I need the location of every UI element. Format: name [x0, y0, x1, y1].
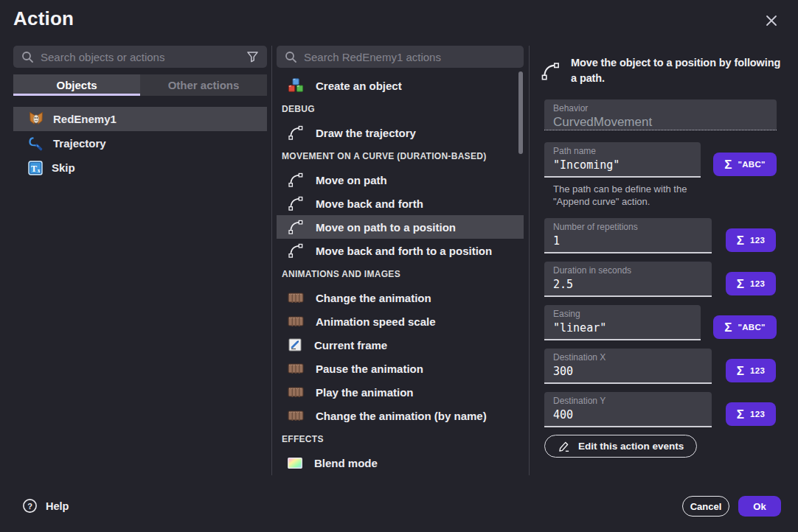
action-item[interactable]: Draw the trajectory: [277, 121, 524, 144]
field-path-name: Path name"Incoming": [544, 142, 701, 178]
action-item-label: Draw the trajectory: [316, 127, 416, 139]
svg-text:?: ?: [27, 502, 32, 511]
ok-button[interactable]: Ok: [738, 496, 781, 517]
action-item-label: Animation speed scale: [316, 315, 436, 328]
expression-editor-button[interactable]: Σ123: [726, 402, 776, 426]
field-value[interactable]: 1: [553, 234, 703, 248]
category-header: EFFECTS: [277, 427, 524, 451]
expression-editor-button[interactable]: Σ123: [726, 272, 776, 295]
curve-icon: [288, 219, 304, 235]
object-item-skip[interactable]: TxSkip: [13, 155, 267, 180]
field-value[interactable]: 400: [553, 408, 703, 421]
expression-editor-button[interactable]: Σ123: [726, 228, 776, 252]
action-item-label: Move on path: [316, 174, 387, 186]
filter-icon[interactable]: [246, 51, 259, 63]
object-item-redenemy1[interactable]: RedEnemy1: [13, 107, 267, 131]
action-item[interactable]: Change the animation (by name): [277, 404, 524, 427]
blend-icon: [288, 458, 302, 469]
action-item[interactable]: Move back and forth to a position: [277, 239, 524, 262]
sigma-icon: Σ: [737, 278, 744, 290]
expression-type-label: 123: [750, 236, 765, 245]
field-number-of-repetitions: Number of repetitions1: [544, 218, 712, 253]
category-header: DEBUG: [277, 97, 524, 121]
action-item[interactable]: Animation speed scale: [277, 309, 524, 333]
actions-scrollbar-thumb[interactable]: [518, 71, 523, 154]
action-item[interactable]: Move on path to a position: [277, 215, 524, 239]
close-icon[interactable]: [762, 11, 781, 30]
curve-icon: [288, 125, 304, 141]
cancel-button[interactable]: Cancel: [682, 496, 729, 517]
action-item[interactable]: Current frame: [277, 333, 524, 357]
text-object-icon: Tx: [28, 161, 43, 175]
expression-editor-button[interactable]: Σ"ABC": [713, 315, 777, 339]
field-duration-in-seconds: Duration in seconds2.5: [544, 262, 712, 297]
field-easing: Easing"linear": [544, 305, 701, 340]
curve-icon: [541, 55, 561, 86]
edit-action-events-label: Edit this action events: [578, 441, 684, 452]
svg-text:T: T: [31, 163, 37, 173]
expression-type-label: 123: [750, 410, 765, 419]
field-label: Path name: [553, 146, 692, 156]
action-item[interactable]: Create an object: [277, 74, 524, 97]
field-value[interactable]: "Incoming": [553, 158, 692, 172]
action-item[interactable]: Move back and forth: [277, 192, 524, 215]
trajectory-icon: [28, 136, 44, 152]
action-item[interactable]: Blend mode: [277, 451, 524, 475]
action-item[interactable]: Change the animation: [277, 286, 524, 309]
sigma-icon: Σ: [724, 321, 732, 334]
field-value[interactable]: "linear": [553, 321, 692, 335]
film-icon: [288, 410, 304, 421]
action-item[interactable]: Pause the animation: [277, 357, 524, 380]
action-item-label: Move on path to a position: [316, 221, 456, 234]
field-value[interactable]: 2.5: [553, 278, 703, 291]
field-destination-y: Destination Y400: [544, 392, 712, 427]
action-item-label: Move back and forth: [316, 197, 423, 210]
actions-search-input[interactable]: [304, 51, 516, 63]
edit-action-events-button[interactable]: Edit this action events: [544, 435, 697, 458]
curve-icon: [288, 172, 304, 188]
field-label: Number of repetitions: [553, 222, 703, 232]
help-icon: ?: [22, 498, 38, 514]
action-item-label: Pause the animation: [316, 363, 423, 375]
actions-panel: Create an objectDEBUGDraw the trajectory…: [277, 46, 524, 475]
object-item-trajectory[interactable]: Trajectory: [13, 131, 267, 155]
help-button[interactable]: ? Help: [22, 498, 69, 514]
category-header: MOVEMENT ON A CURVE (DURATION-BASED): [277, 144, 524, 168]
expression-type-label: 123: [750, 279, 765, 288]
field-helper-text: The path can be define with the "Append …: [553, 183, 704, 208]
expression-type-label: "ABC": [738, 160, 765, 169]
tab-other-actions[interactable]: Other actions: [140, 74, 267, 96]
search-icon: [285, 51, 297, 63]
field-behavior: BehaviorCurvedMovement: [544, 99, 777, 130]
action-item-label: Play the animation: [316, 386, 414, 399]
curve-icon: [288, 195, 304, 211]
panel-divider-left: [271, 46, 272, 475]
objects-search-input[interactable]: [41, 51, 240, 63]
help-label: Help: [46, 500, 69, 512]
sigma-icon: Σ: [737, 234, 744, 247]
tab-objects[interactable]: Objects: [13, 74, 140, 96]
page-title: Action: [13, 7, 74, 30]
parameters-panel: Move the object to a position by followi…: [538, 46, 785, 475]
expression-editor-button[interactable]: Σ123: [726, 359, 776, 382]
film-icon: [288, 386, 304, 398]
action-item[interactable]: Play the animation: [277, 380, 524, 404]
expression-type-label: 123: [750, 366, 765, 375]
field-label: Easing: [553, 309, 692, 319]
field-value[interactable]: 300: [553, 365, 703, 378]
action-item[interactable]: Move on path: [277, 168, 524, 192]
action-dialog: Action ObjectsOther actions RedEnemy1Tra…: [0, 0, 798, 532]
action-item-label: Change the animation (by name): [316, 410, 487, 422]
curve-icon: [288, 242, 304, 259]
sigma-icon: Σ: [737, 365, 744, 377]
svg-text:x: x: [38, 167, 41, 174]
action-item-label: Blend mode: [314, 457, 378, 469]
film-icon: [288, 363, 304, 374]
expression-editor-button[interactable]: Σ"ABC": [713, 153, 777, 176]
search-icon: [21, 51, 34, 63]
film-icon: [288, 315, 304, 327]
field-label: Behavior: [553, 103, 768, 113]
objects-panel: ObjectsOther actions RedEnemy1Trajectory…: [13, 46, 267, 180]
film-icon: [288, 292, 304, 304]
object-list: RedEnemy1TrajectoryTxSkip: [13, 107, 267, 180]
